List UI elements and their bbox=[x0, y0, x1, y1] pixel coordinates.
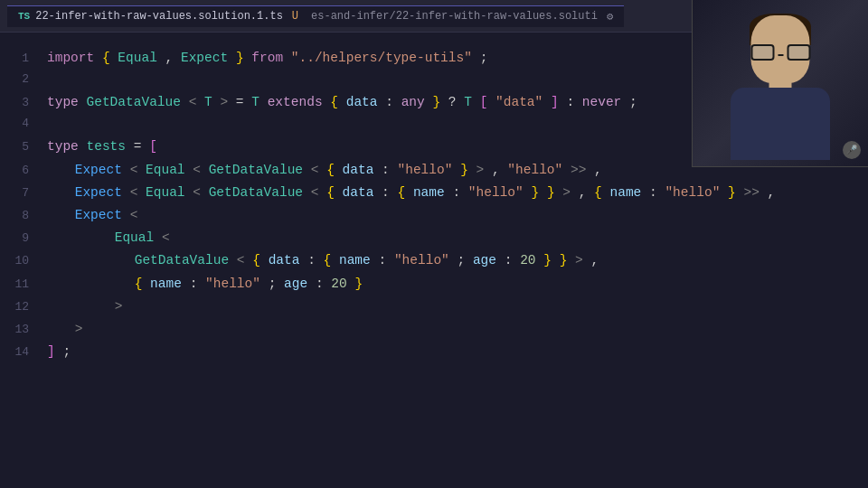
token-col2: : bbox=[382, 185, 390, 200]
token-hello6: "hello" bbox=[205, 277, 260, 291]
token-ternary: ? bbox=[448, 95, 457, 109]
token-data-str: "data" bbox=[495, 95, 542, 109]
token-brace-open: { bbox=[102, 51, 110, 65]
token-b9: { bbox=[252, 253, 260, 267]
token-name3: name bbox=[339, 253, 371, 267]
line-number-14: 14 bbox=[0, 343, 43, 362]
token-name4: name bbox=[150, 277, 182, 291]
line-number-2: 2 bbox=[0, 70, 43, 89]
code-content-8: Expect < bbox=[43, 205, 868, 226]
token-data3: data bbox=[343, 185, 374, 200]
token-angle-open: < bbox=[189, 95, 197, 109]
line-number-4: 4 bbox=[0, 115, 43, 134]
token-equal4: Equal bbox=[115, 230, 155, 245]
token-comma4: , bbox=[579, 185, 587, 200]
token-a10: >> bbox=[743, 185, 759, 200]
token-b6: } bbox=[547, 185, 555, 200]
token-b5: } bbox=[531, 185, 539, 200]
token-expect4: Expect bbox=[75, 208, 122, 222]
code-content-10: GetDataValue < { data : { name : "hello"… bbox=[43, 250, 868, 271]
token-b10: { bbox=[324, 253, 332, 267]
token-angle-close: > bbox=[220, 95, 228, 109]
token-expect3: Expect bbox=[75, 185, 122, 200]
token-idx-open: [ bbox=[480, 95, 488, 109]
token-a6: < bbox=[130, 185, 138, 200]
token-hello5: "hello" bbox=[394, 253, 449, 267]
line-number-9: 9 bbox=[0, 230, 43, 249]
line-number-1: 1 bbox=[0, 50, 43, 69]
tab-filename: 22-infer-with-raw-values.solution.1.ts bbox=[35, 10, 283, 23]
line-number-13: 13 bbox=[0, 321, 43, 340]
token-b4: { bbox=[398, 185, 406, 200]
token-a11: < bbox=[130, 208, 138, 222]
token-20-2: 20 bbox=[331, 277, 346, 291]
token-b2: } bbox=[460, 163, 468, 177]
code-content-9: Equal < bbox=[43, 228, 868, 249]
token-expect2: Expect bbox=[75, 163, 122, 177]
token-semi3: ; bbox=[458, 253, 466, 267]
code-line-13: 13 > bbox=[0, 318, 868, 341]
token-extends: extends bbox=[268, 95, 323, 109]
token-col5: : bbox=[307, 253, 316, 267]
token-a7: < bbox=[193, 185, 201, 200]
token-T: T bbox=[204, 95, 212, 109]
editor-container: TS 22-infer-with-raw-values.solution.1.t… bbox=[0, 0, 868, 488]
token-brace-close: } bbox=[236, 51, 244, 65]
tab-ts-badge: TS bbox=[18, 11, 30, 22]
line-number-5: 5 bbox=[0, 138, 43, 157]
glass-right bbox=[787, 44, 810, 61]
code-content-12: > bbox=[43, 296, 868, 317]
token-a5: >> bbox=[571, 163, 586, 177]
token-a13: < bbox=[237, 253, 245, 267]
token-colon: : bbox=[385, 95, 393, 109]
token-comma2: , bbox=[492, 163, 500, 177]
glass-left bbox=[750, 44, 774, 61]
token-comma5: , bbox=[768, 185, 776, 200]
token-col7: : bbox=[505, 253, 513, 267]
token-arr-close: ] bbox=[47, 344, 55, 359]
token-col6: : bbox=[378, 253, 386, 267]
code-line-7: 7 Expect < Equal < GetDataValue < { data… bbox=[0, 182, 868, 204]
token-col4: : bbox=[649, 185, 657, 200]
token-string: "../helpers/type-utils" bbox=[291, 51, 472, 65]
token-a9: > bbox=[562, 185, 571, 200]
code-line-11: 11 { name : "hello" ; age : 20 } bbox=[0, 273, 868, 296]
token-gdv1: GetDataValue bbox=[209, 163, 303, 177]
token-semi2: ; bbox=[629, 95, 637, 109]
token-colon2: : bbox=[566, 95, 574, 109]
token-b1: { bbox=[326, 163, 335, 177]
token-col8: : bbox=[190, 277, 198, 291]
token-a3: < bbox=[311, 163, 319, 177]
token-never: never bbox=[582, 95, 622, 109]
person-neck bbox=[769, 71, 792, 89]
token-col9: : bbox=[316, 277, 324, 291]
token-name2: name bbox=[610, 185, 642, 200]
line-number-11: 11 bbox=[0, 276, 43, 295]
code-line-12: 12 > bbox=[0, 296, 868, 318]
webcam-overlay: 🎤 bbox=[692, 0, 868, 167]
token-age2: age bbox=[284, 277, 307, 291]
token-a15: > bbox=[115, 299, 123, 314]
code-line-10: 10 GetDataValue < { data : { name : "hel… bbox=[0, 249, 868, 272]
line-number-10: 10 bbox=[0, 252, 43, 271]
glass-bridge bbox=[778, 54, 783, 56]
token-name1: name bbox=[413, 185, 445, 200]
tab-settings-icon: ⚙ bbox=[607, 10, 613, 23]
token-semi: ; bbox=[480, 51, 488, 65]
token-b7: { bbox=[594, 185, 602, 200]
token-age1: age bbox=[473, 253, 496, 267]
code-content-11: { name : "hello" ; age : 20 } bbox=[43, 274, 868, 295]
person-glasses bbox=[750, 44, 810, 61]
token-data2: data bbox=[343, 163, 374, 177]
webcam-feed: 🎤 bbox=[693, 0, 868, 166]
tab-item[interactable]: TS 22-infer-with-raw-values.solution.1.t… bbox=[7, 5, 624, 27]
token-arr-open: [ bbox=[149, 139, 157, 154]
code-content-13: > bbox=[43, 319, 868, 340]
token-hello1: "hello" bbox=[398, 163, 453, 177]
line-number-7: 7 bbox=[0, 184, 43, 203]
token-a4: > bbox=[476, 163, 485, 177]
token-b14: } bbox=[354, 277, 363, 291]
code-line-9: 9 Equal < bbox=[0, 227, 868, 249]
token-gdv3: GetDataValue bbox=[135, 253, 229, 267]
token-hello4: "hello" bbox=[665, 185, 720, 200]
